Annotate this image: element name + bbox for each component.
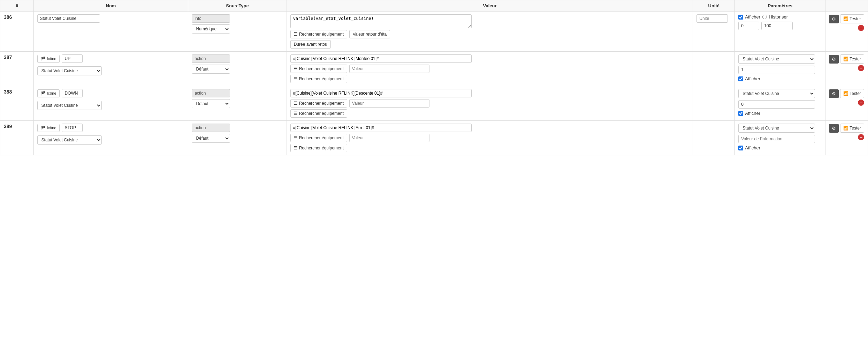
nom-cell-386 xyxy=(33,12,188,52)
icone-btn-389[interactable]: 🏴 Icône xyxy=(37,124,60,132)
valeur-placeholder-389[interactable] xyxy=(349,134,429,142)
col-header-actions xyxy=(825,0,868,12)
table-icon-389a: ☰ xyxy=(294,135,298,140)
unite-cell-386 xyxy=(693,12,735,52)
afficher-label-387[interactable]: Afficher xyxy=(738,76,822,81)
actions-cell-388: ⚙ 📶 Tester − xyxy=(825,86,868,121)
unite-cell-389 xyxy=(693,121,735,155)
sous-type-select-389[interactable]: Défaut xyxy=(192,134,230,143)
rechercher-equipement-btn2-388[interactable]: ☰ Rechercher équipement xyxy=(290,109,347,118)
historiser-radio-386[interactable] xyxy=(762,15,767,19)
afficher-checkbox-387[interactable] xyxy=(738,76,743,81)
col-header-valeur: Valeur xyxy=(287,0,693,12)
remove-button-388[interactable]: − xyxy=(858,99,864,106)
afficher-checkbox-386[interactable] xyxy=(738,15,743,20)
params-num-389[interactable] xyxy=(738,135,815,143)
sous-type-select-387[interactable]: Défaut xyxy=(192,65,230,74)
sous-type-label-386 xyxy=(192,14,230,23)
wifi-icon-386: 📶 xyxy=(843,16,848,21)
gear-button-387[interactable]: ⚙ xyxy=(829,55,839,64)
nom-input-386[interactable] xyxy=(37,14,100,23)
remove-button-389[interactable]: − xyxy=(858,134,864,140)
gear-button-389[interactable]: ⚙ xyxy=(829,124,839,133)
icone-value-389[interactable] xyxy=(62,124,83,132)
table-row: 388 🏴 Icône Statut Volet Cuisine xyxy=(0,86,868,121)
wifi-icon-387: 📶 xyxy=(843,57,848,61)
icone-value-387[interactable] xyxy=(62,54,83,63)
row-id-387: 387 xyxy=(0,52,34,86)
duree-avant-btn-386[interactable]: Durée avant retou xyxy=(290,40,331,49)
params-cell-389: Statut Volet Cuisine Afficher xyxy=(735,121,825,155)
valeur-retour-btn-386[interactable]: Valeur retour d'éta xyxy=(349,30,390,38)
valeur-cell-389: ☰ Rechercher équipement ☰ Rechercher équ… xyxy=(287,121,693,155)
valeur-placeholder-387[interactable] xyxy=(349,65,429,73)
max-input-386[interactable] xyxy=(761,22,793,30)
unite-cell-387 xyxy=(693,52,735,86)
icone-value-388[interactable] xyxy=(62,89,83,97)
valeur-cell-388: ☰ Rechercher équipement ☰ Rechercher équ… xyxy=(287,86,693,121)
params-select-389[interactable]: Statut Volet Cuisine xyxy=(738,124,815,133)
afficher-label-389[interactable]: Afficher xyxy=(738,145,822,150)
sous-type-select-388[interactable]: Défaut xyxy=(192,99,230,108)
valeur-textarea-386[interactable]: variable(var_etat_volet_cuisine) xyxy=(290,14,472,28)
valeur-input-387[interactable] xyxy=(290,54,472,63)
icone-btn-387[interactable]: 🏴 Icône xyxy=(37,55,60,63)
sous-type-cell-388: Défaut xyxy=(188,86,287,121)
gear-button-388[interactable]: ⚙ xyxy=(829,89,839,98)
wifi-icon-388: 📶 xyxy=(843,91,848,96)
col-header-id: # xyxy=(0,0,34,12)
row-id-388: 388 xyxy=(0,86,34,121)
sous-type-cell-387: Défaut xyxy=(188,52,287,86)
tester-button-389[interactable]: 📶 Tester xyxy=(840,124,864,133)
rechercher-equipement-btn1-388[interactable]: ☰ Rechercher équipement xyxy=(290,99,347,108)
tester-button-388[interactable]: 📶 Tester xyxy=(840,89,864,98)
nom-cell-389: 🏴 Icône Statut Volet Cuisine xyxy=(33,121,188,155)
icone-btn-388[interactable]: 🏴 Icône xyxy=(37,89,60,97)
rechercher-equipement-btn2-389[interactable]: ☰ Rechercher équipement xyxy=(290,144,347,152)
params-cell-386: Afficher Historiser xyxy=(735,12,825,52)
row-id-389: 389 xyxy=(0,121,34,155)
afficher-checkbox-388[interactable] xyxy=(738,111,743,116)
params-cell-388: Statut Volet Cuisine Afficher xyxy=(735,86,825,121)
params-num-388[interactable] xyxy=(738,100,815,109)
tester-button-386[interactable]: 📶 Tester xyxy=(840,14,864,23)
valeur-cell-386: variable(var_etat_volet_cuisine) ☰ Reche… xyxy=(287,12,693,52)
valeur-placeholder-388[interactable] xyxy=(349,99,429,108)
nom-select-387[interactable]: Statut Volet Cuisine xyxy=(37,66,102,75)
params-select-387[interactable]: Statut Volet Cuisine xyxy=(738,54,815,64)
unite-input-386[interactable] xyxy=(696,14,728,23)
col-header-nom: Nom xyxy=(33,0,188,12)
sous-type-select-386[interactable]: Numérique xyxy=(192,24,230,34)
params-num-387[interactable] xyxy=(738,66,815,74)
table-icon-388a: ☰ xyxy=(294,101,298,106)
gear-button-386[interactable]: ⚙ xyxy=(829,15,839,23)
flag-icon-389: 🏴 xyxy=(41,126,46,130)
rechercher-equipement-btn1-386[interactable]: ☰ Rechercher équipement xyxy=(290,30,347,38)
remove-button-387[interactable]: − xyxy=(858,65,864,71)
nom-select-389[interactable]: Statut Volet Cuisine xyxy=(37,135,102,145)
table-icon-388b: ☰ xyxy=(294,111,298,116)
table-row: 386 Numérique xyxy=(0,12,868,52)
rechercher-equipement-btn1-387[interactable]: ☰ Rechercher équipement xyxy=(290,65,347,73)
min-input-386[interactable] xyxy=(738,22,759,30)
valeur-input-388[interactable] xyxy=(290,89,472,97)
params-select-388[interactable]: Statut Volet Cuisine xyxy=(738,89,815,98)
table-row: 389 🏴 Icône Statut Volet Cuisine xyxy=(0,121,868,155)
nom-cell-387: 🏴 Icône Statut Volet Cuisine xyxy=(33,52,188,86)
afficher-checkbox-389[interactable] xyxy=(738,146,743,150)
sous-type-cell-389: Défaut xyxy=(188,121,287,155)
afficher-label-388[interactable]: Afficher xyxy=(738,111,822,116)
sous-type-label-387 xyxy=(192,54,230,63)
flag-icon-387: 🏴 xyxy=(41,57,46,61)
valeur-input-389[interactable] xyxy=(290,124,472,132)
rechercher-equipement-btn1-389[interactable]: ☰ Rechercher équipement xyxy=(290,134,347,142)
historiser-label-386[interactable]: Historiser xyxy=(762,14,788,20)
afficher-label-386[interactable]: Afficher xyxy=(738,14,760,20)
row-id-386: 386 xyxy=(0,12,34,52)
remove-button-386[interactable]: − xyxy=(858,25,864,31)
nom-cell-388: 🏴 Icône Statut Volet Cuisine xyxy=(33,86,188,121)
tester-button-387[interactable]: 📶 Tester xyxy=(840,54,864,64)
table-icon-389b: ☰ xyxy=(294,146,298,150)
rechercher-equipement-btn2-387[interactable]: ☰ Rechercher équipement xyxy=(290,75,347,83)
nom-select-388[interactable]: Statut Volet Cuisine xyxy=(37,101,102,110)
